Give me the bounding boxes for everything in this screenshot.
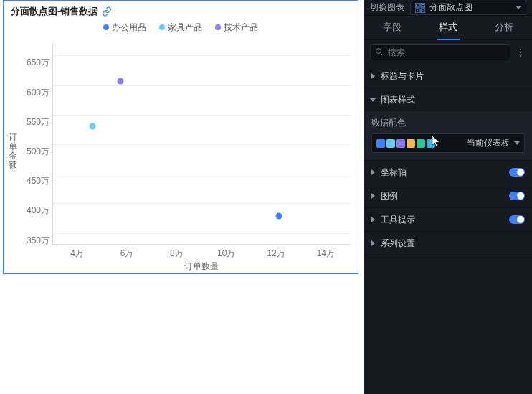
palette-swatch	[376, 139, 385, 148]
svg-point-6	[417, 10, 418, 11]
svg-point-5	[422, 4, 424, 5]
data-point[interactable]	[276, 213, 282, 220]
legend-label: 办公用品	[112, 22, 146, 34]
ytick-label: 400万	[27, 205, 49, 217]
yaxis-title: 订单金额	[8, 133, 18, 170]
data-color-block: 数据配色 当前仪表板	[364, 111, 532, 160]
chart-legend: 办公用品 家具产品 技术产品	[4, 18, 358, 37]
chevron-right-icon	[371, 217, 375, 222]
panel-tabs: 字段 样式 分析	[364, 16, 532, 40]
more-icon[interactable]: ⋮	[515, 47, 526, 58]
chart-type-select[interactable]: 分面散点图	[410, 1, 526, 15]
palette-select[interactable]: 当前仪表板	[371, 133, 525, 153]
section-title-card[interactable]: 标题与卡片	[364, 65, 532, 88]
search-input[interactable]: 搜索	[370, 44, 510, 60]
section-label: 坐标轴	[381, 166, 407, 179]
legend-dot-icon	[215, 24, 221, 30]
switch-label: 切换图表	[370, 1, 404, 14]
section-label: 图例	[381, 190, 398, 202]
chevron-down-icon	[370, 98, 376, 102]
legend-item[interactable]: 技术产品	[215, 22, 258, 34]
section-label: 系列设置	[381, 238, 415, 250]
tab-analysis[interactable]: 分析	[476, 16, 532, 39]
tab-fields[interactable]: 字段	[364, 16, 420, 39]
svg-point-4	[416, 4, 417, 6]
legend-label: 家具产品	[168, 22, 202, 34]
ytick-label: 650万	[27, 57, 49, 69]
svg-point-7	[422, 10, 423, 11]
toggle-tooltip[interactable]	[509, 215, 525, 224]
xtick-label: 10万	[217, 248, 235, 260]
palette-swatch	[417, 139, 425, 148]
tab-style[interactable]: 样式	[420, 16, 476, 39]
palette-swatch	[407, 139, 415, 148]
palette-swatch	[427, 139, 435, 148]
xtick-label: 12万	[267, 248, 285, 260]
chevron-right-icon	[371, 73, 375, 79]
ytick-label: 450万	[27, 175, 49, 187]
legend-label: 技术产品	[224, 22, 258, 34]
xtick-label: 6万	[120, 248, 134, 260]
chart-type-switcher: 切换图表 分面散点图	[364, 0, 532, 16]
toggle-axes[interactable]	[509, 168, 525, 177]
ytick-label: 500万	[27, 146, 49, 158]
legend-item[interactable]: 家具产品	[159, 22, 202, 34]
xtick-label: 4万	[70, 248, 84, 260]
svg-line-9	[381, 52, 383, 55]
legend-dot-icon	[159, 24, 165, 30]
faceted-scatter-icon	[415, 3, 425, 13]
ytick-label: 600万	[27, 86, 49, 98]
chevron-right-icon	[371, 169, 375, 175]
section-label: 标题与卡片	[381, 70, 424, 83]
section-axes[interactable]: 坐标轴	[364, 161, 532, 184]
chart-title: 分面散点图-销售数据	[11, 5, 98, 18]
search-placeholder: 搜索	[388, 47, 405, 59]
section-series-config[interactable]: 系列设置	[364, 232, 532, 255]
palette-scope: 当前仪表板	[467, 137, 510, 149]
ytick-label: 550万	[27, 116, 49, 128]
toggle-legend[interactable]	[509, 192, 525, 200]
palette-swatch	[396, 139, 405, 148]
section-label: 图表样式	[381, 94, 415, 106]
search-icon	[375, 47, 384, 58]
canvas-area: 分面散点图-销售数据 办公用品 家具产品 技术产品	[0, 0, 364, 394]
data-color-label: 数据配色	[371, 117, 525, 129]
chart-card[interactable]: 分面散点图-销售数据 办公用品 家具产品 技术产品	[3, 0, 358, 274]
ytick-label: 350万	[27, 234, 49, 246]
section-label: 工具提示	[381, 214, 415, 226]
chevron-down-icon	[516, 6, 521, 9]
chevron-right-icon	[371, 240, 375, 246]
data-point[interactable]	[117, 78, 123, 84]
xaxis-title: 订单数量	[52, 261, 351, 273]
svg-point-8	[376, 48, 381, 53]
section-tooltip[interactable]: 工具提示	[364, 208, 532, 231]
property-panel: 切换图表 分面散点图 字段 样式 分析 搜索 ⋮ 标题与卡片	[364, 0, 532, 394]
chart-plot: 订单金额 650万600万550万500万450万400万350万 4万6万8万…	[4, 37, 358, 273]
data-point[interactable]	[90, 123, 96, 130]
section-legend[interactable]: 图例	[364, 184, 532, 207]
xtick-label: 14万	[317, 248, 335, 260]
legend-dot-icon	[103, 24, 109, 30]
chart-type-value: 分面散点图	[429, 1, 472, 14]
xtick-label: 8万	[170, 248, 184, 260]
section-chart-style[interactable]: 图表样式	[364, 88, 532, 111]
chevron-right-icon	[371, 193, 375, 199]
palette-swatch	[386, 139, 395, 148]
chevron-down-icon	[514, 141, 520, 145]
link-icon[interactable]	[102, 6, 112, 17]
legend-item[interactable]: 办公用品	[103, 22, 146, 34]
